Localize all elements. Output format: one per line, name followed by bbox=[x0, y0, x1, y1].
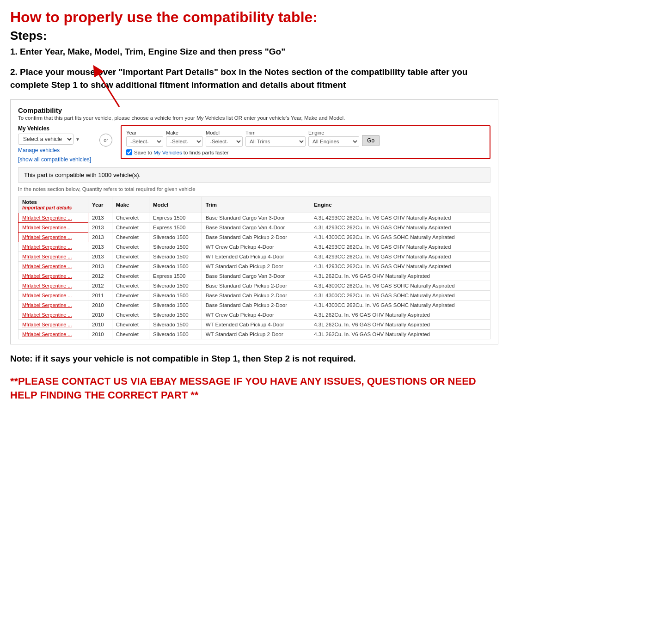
compat-subtitle: To confirm that this part fits your vehi… bbox=[18, 115, 490, 121]
notes-cell-1[interactable]: Mfrlabel:Serpentine... bbox=[22, 225, 71, 230]
notes-cell-7[interactable]: Mfrlabel:Serpentine ... bbox=[22, 283, 72, 288]
my-vehicles-label: My Vehicles bbox=[18, 125, 91, 132]
manage-vehicles-link[interactable]: Manage vehicles bbox=[18, 147, 91, 153]
td-year: 2013 bbox=[88, 223, 112, 233]
td-make: Chevrolet bbox=[112, 320, 149, 330]
save-checkbox[interactable] bbox=[126, 149, 132, 155]
td-trim: Base Standard Cargo Van 4-Door bbox=[202, 223, 310, 233]
td-notes[interactable]: Mfrlabel:Serpentine ... bbox=[18, 213, 88, 223]
td-trim: Base Standard Cab Pickup 2-Door bbox=[202, 291, 310, 301]
td-notes[interactable]: Mfrlabel:Serpentine ... bbox=[18, 242, 88, 252]
td-year: 2010 bbox=[88, 320, 112, 330]
td-notes[interactable]: Mfrlabel:Serpentine ... bbox=[18, 233, 88, 242]
td-engine: 4.3L 262Cu. In. V6 GAS OHV Naturally Asp… bbox=[310, 330, 490, 339]
td-model: Silverado 1500 bbox=[149, 242, 202, 252]
td-make: Chevrolet bbox=[112, 223, 149, 233]
td-model: Silverado 1500 bbox=[149, 281, 202, 291]
note-section: Note: if it says your vehicle is not com… bbox=[10, 353, 498, 365]
notes-cell-4[interactable]: Mfrlabel:Serpentine ... bbox=[22, 254, 72, 259]
notes-cell-6[interactable]: Mfrlabel:Serpentine ... bbox=[22, 273, 72, 279]
td-year: 2013 bbox=[88, 242, 112, 252]
notes-cell-9[interactable]: Mfrlabel:Serpentine ... bbox=[22, 302, 72, 308]
make-field: Make -Select- bbox=[166, 130, 203, 147]
steps-heading: Steps: bbox=[10, 29, 498, 43]
td-model: Silverado 1500 bbox=[149, 233, 202, 242]
td-year: 2013 bbox=[88, 213, 112, 223]
td-model: Silverado 1500 bbox=[149, 301, 202, 310]
make-select[interactable]: -Select- bbox=[166, 136, 203, 147]
select-vehicle-dropdown[interactable]: Select a vehicle bbox=[18, 134, 74, 145]
notes-cell-12[interactable]: Mfrlabel:Serpentine ... bbox=[22, 331, 72, 337]
show-all-link[interactable]: [show all compatible vehicles] bbox=[18, 156, 91, 163]
notes-cell-5[interactable]: Mfrlabel:Serpentine ... bbox=[22, 264, 72, 269]
year-field: Year -Select- bbox=[126, 130, 163, 147]
td-notes[interactable]: Mfrlabel:Serpentine ... bbox=[18, 291, 88, 301]
year-select[interactable]: -Select- bbox=[126, 136, 163, 147]
compat-note: In the notes section below, Quantity ref… bbox=[18, 186, 490, 192]
td-make: Chevrolet bbox=[112, 291, 149, 301]
td-model: Silverado 1500 bbox=[149, 262, 202, 271]
save-label: Save to My Vehicles to finds parts faste… bbox=[134, 150, 229, 155]
td-notes[interactable]: Mfrlabel:Serpentine ... bbox=[18, 262, 88, 271]
arrow-icon bbox=[82, 63, 142, 109]
td-trim: Base Standard Cab Pickup 2-Door bbox=[202, 301, 310, 310]
table-row: Mfrlabel:Serpentine ... 2010 Chevrolet S… bbox=[18, 310, 490, 320]
td-notes[interactable]: Mfrlabel:Serpentine ... bbox=[18, 301, 88, 310]
td-trim: WT Extended Cab Pickup 4-Door bbox=[202, 320, 310, 330]
ymm-row: Year -Select- Make -Select- Model -Selec… bbox=[126, 130, 485, 147]
th-notes-label: Notes bbox=[22, 199, 37, 205]
table-row: Mfrlabel:Serpentine ... 2011 Chevrolet S… bbox=[18, 291, 490, 301]
notes-cell-3[interactable]: Mfrlabel:Serpentine ... bbox=[22, 244, 72, 250]
model-label: Model bbox=[206, 130, 243, 135]
th-model: Model bbox=[149, 197, 202, 213]
select-vehicle-row: Select a vehicle ▼ bbox=[18, 134, 91, 145]
td-trim: WT Crew Cab Pickup 4-Door bbox=[202, 242, 310, 252]
notes-cell-2[interactable]: Mfrlabel:Serpentine ... bbox=[22, 234, 72, 240]
engine-select[interactable]: All Engines bbox=[308, 136, 359, 147]
dropdown-arrow-icon: ▼ bbox=[75, 137, 80, 142]
td-notes[interactable]: Mfrlabel:Serpentine ... bbox=[18, 281, 88, 291]
td-make: Chevrolet bbox=[112, 252, 149, 262]
engine-label: Engine bbox=[308, 130, 359, 135]
notes-cell-11[interactable]: Mfrlabel:Serpentine ... bbox=[22, 322, 72, 327]
td-engine: 4.3L 262Cu. In. V6 GAS OHV Naturally Asp… bbox=[310, 271, 490, 281]
td-year: 2012 bbox=[88, 281, 112, 291]
td-make: Chevrolet bbox=[112, 271, 149, 281]
table-row: Mfrlabel:Serpentine ... 2012 Chevrolet S… bbox=[18, 281, 490, 291]
td-model: Silverado 1500 bbox=[149, 310, 202, 320]
step1-text: 1. Enter Year, Make, Model, Trim, Engine… bbox=[10, 46, 498, 58]
notes-cell-8[interactable]: Mfrlabel:Serpentine ... bbox=[22, 293, 72, 298]
th-make: Make bbox=[112, 197, 149, 213]
ymm-form: Year -Select- Make -Select- Model -Selec… bbox=[121, 125, 490, 159]
td-model: Express 1500 bbox=[149, 213, 202, 223]
td-notes[interactable]: Mfrlabel:Serpentine ... bbox=[18, 330, 88, 339]
table-row: Mfrlabel:Serpentine ... 2010 Chevrolet S… bbox=[18, 301, 490, 310]
td-notes[interactable]: Mfrlabel:Serpentine ... bbox=[18, 252, 88, 262]
trim-field: Trim All Trims bbox=[245, 130, 306, 147]
table-row: Mfrlabel:Serpentine ... 2013 Chevrolet S… bbox=[18, 252, 490, 262]
table-header-row: Notes Important part details Year Make M… bbox=[18, 197, 490, 213]
engine-field: Engine All Engines bbox=[308, 130, 359, 147]
td-year: 2013 bbox=[88, 252, 112, 262]
model-select[interactable]: -Select- bbox=[206, 136, 243, 147]
save-checkbox-row: Save to My Vehicles to finds parts faste… bbox=[126, 149, 485, 155]
td-make: Chevrolet bbox=[112, 213, 149, 223]
td-model: Express 1500 bbox=[149, 223, 202, 233]
td-notes[interactable]: Mfrlabel:Serpentine ... bbox=[18, 310, 88, 320]
make-label: Make bbox=[166, 130, 203, 135]
td-make: Chevrolet bbox=[112, 310, 149, 320]
my-vehicles-link[interactable]: My Vehicles bbox=[153, 150, 182, 155]
td-notes[interactable]: Mfrlabel:Serpentine ... bbox=[18, 271, 88, 281]
th-notes: Notes Important part details bbox=[18, 197, 88, 213]
td-notes[interactable]: Mfrlabel:Serpentine... bbox=[18, 223, 88, 233]
td-year: 2011 bbox=[88, 291, 112, 301]
notes-cell-0[interactable]: Mfrlabel:Serpentine ... bbox=[22, 215, 72, 221]
td-make: Chevrolet bbox=[112, 233, 149, 242]
td-year: 2010 bbox=[88, 330, 112, 339]
td-trim: Base Standard Cab Pickup 2-Door bbox=[202, 281, 310, 291]
trim-select[interactable]: All Trims bbox=[245, 136, 306, 147]
td-notes[interactable]: Mfrlabel:Serpentine ... bbox=[18, 320, 88, 330]
go-button[interactable]: Go bbox=[362, 135, 380, 146]
td-engine: 4.3L 4293CC 262Cu. In. V6 GAS OHV Natura… bbox=[310, 252, 490, 262]
notes-cell-10[interactable]: Mfrlabel:Serpentine ... bbox=[22, 312, 72, 318]
